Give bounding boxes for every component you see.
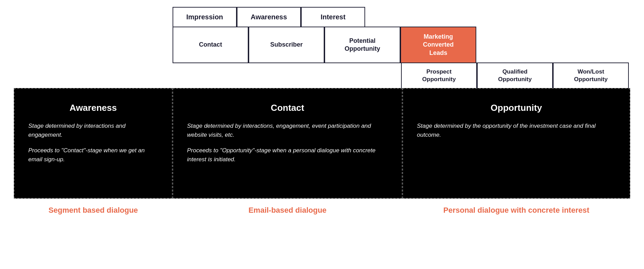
subscriber-label: Subscriber [270, 41, 303, 49]
sub-stage-row: ProspectOpportunity QualifiedOpportunity… [14, 63, 630, 89]
opportunity-text1: Stage determined by the opportunity of t… [417, 122, 616, 139]
segment-dialogue-label: Segment based dialogue [48, 205, 138, 215]
sub-stage-subscriber: Subscriber [248, 27, 324, 63]
header-awareness: Awareness [237, 7, 301, 27]
awareness-text1: Stage determined by interactions and eng… [28, 122, 158, 139]
content-awareness: Awareness Stage determined by interactio… [14, 88, 173, 199]
awareness-label: Awareness [251, 13, 287, 21]
mid-header-spacer [14, 27, 173, 63]
wonlost-label: Won/LostOpportunity [574, 68, 607, 83]
potential-label: PotentialOpportunity [345, 37, 380, 53]
contact-text1: Stage determined by interactions, engage… [187, 122, 388, 139]
bottom-contact-label: Email-based dialogue [173, 205, 402, 215]
sub-stage-marketing: MarketingConvertedLeads [400, 27, 476, 63]
email-dialogue-label: Email-based dialogue [248, 205, 326, 215]
contact-text2: Proceeds to "Opportunity"-stage when a p… [187, 146, 388, 164]
sub-prospect: ProspectOpportunity [401, 63, 477, 89]
header-interest: Interest [301, 7, 365, 27]
impression-label: Impression [186, 13, 223, 21]
main-container: Impression Awareness Interest Contact Su… [0, 0, 644, 222]
contact-section-title: Contact [187, 103, 388, 113]
content-row: Awareness Stage determined by interactio… [14, 88, 630, 199]
mid-header-cells: Contact Subscriber PotentialOpportunity … [173, 27, 630, 63]
header-impression: Impression [173, 7, 237, 27]
top-header-cells: Impression Awareness Interest [173, 7, 630, 27]
sub-stage-cells: ProspectOpportunity QualifiedOpportunity… [401, 63, 630, 89]
top-header-spacer [14, 7, 173, 27]
opportunity-section-title: Opportunity [417, 103, 616, 113]
content-opportunity: Opportunity Stage determined by the oppo… [402, 88, 630, 199]
mid-header-row: Contact Subscriber PotentialOpportunity … [14, 27, 630, 63]
prospect-label: ProspectOpportunity [422, 68, 456, 83]
personal-dialogue-label: Personal dialogue with concrete interest [443, 205, 589, 215]
marketing-label: MarketingConvertedLeads [423, 33, 453, 57]
qualified-label: QualifiedOpportunity [498, 68, 531, 83]
content-contact: Contact Stage determined by interactions… [173, 88, 402, 199]
sub-stage-potential: PotentialOpportunity [324, 27, 400, 63]
awareness-section-title: Awareness [28, 103, 158, 113]
sub-stage-spacer [14, 63, 401, 89]
interest-label: Interest [321, 13, 345, 21]
contact-label: Contact [199, 41, 222, 49]
sub-qualified: QualifiedOpportunity [477, 63, 553, 89]
bottom-labels-row: Segment based dialogue Email-based dialo… [14, 205, 630, 215]
bottom-opportunity-label: Personal dialogue with concrete interest [402, 205, 630, 215]
sub-stage-contact: Contact [173, 27, 248, 63]
bottom-awareness-label: Segment based dialogue [14, 205, 173, 215]
sub-wonlost: Won/LostOpportunity [553, 63, 629, 89]
top-header-row: Impression Awareness Interest [14, 7, 630, 27]
awareness-text2: Proceeds to "Contact"-stage when we get … [28, 146, 158, 164]
